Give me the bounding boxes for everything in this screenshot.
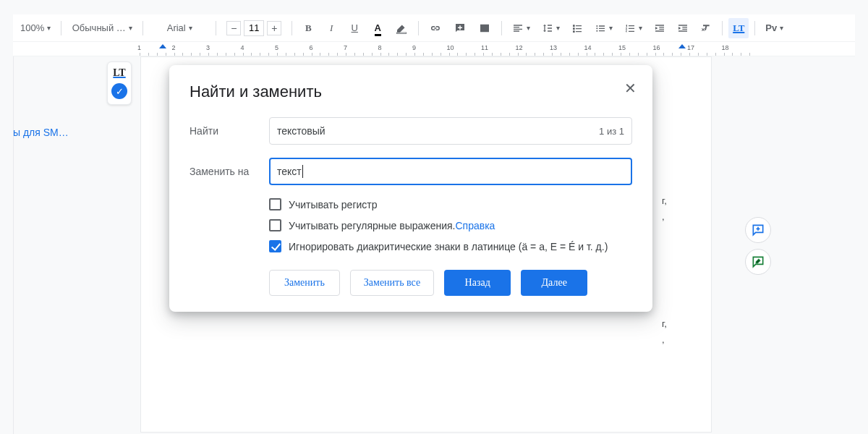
- ruler-tick-label: 8: [378, 44, 382, 51]
- ruler-tick-label: 5: [275, 44, 278, 51]
- chevron-down-icon: ▾: [556, 24, 560, 32]
- separator: [292, 21, 292, 35]
- pv-extension-button[interactable]: Pv ▾: [761, 18, 788, 38]
- regex-label: Учитывать регулярные выражения.: [289, 220, 455, 231]
- ruler[interactable]: 123456789101112131415161718: [13, 42, 855, 56]
- underline-button[interactable]: U: [344, 18, 365, 38]
- find-input[interactable]: текстовый 1 из 1: [269, 117, 632, 145]
- separator: [501, 21, 502, 35]
- replace-input[interactable]: текст: [269, 158, 632, 185]
- match-case-option[interactable]: Учитывать регистр: [269, 198, 632, 210]
- text-cursor: [302, 165, 303, 178]
- next-button-label: Далее: [542, 277, 567, 289]
- languagetool-button[interactable]: LT: [728, 18, 749, 38]
- ruler-tick-label: 3: [206, 44, 210, 51]
- replace-value: текст: [277, 166, 302, 177]
- increase-indent-button[interactable]: [673, 18, 693, 38]
- lt-floating-widget[interactable]: LT ✓: [107, 61, 132, 105]
- add-comment-side-button[interactable]: [745, 217, 771, 243]
- previous-button[interactable]: Назад: [444, 270, 511, 296]
- replace-button[interactable]: Заменить: [269, 270, 340, 296]
- ruler-tick-label: 15: [618, 44, 626, 51]
- increase-font-button[interactable]: +: [267, 21, 281, 35]
- match-case-label: Учитывать регистр: [289, 199, 378, 210]
- add-comment-button[interactable]: [449, 18, 471, 38]
- ruler-tick-label: 7: [344, 44, 347, 51]
- align-dropdown[interactable]: ▾: [508, 18, 535, 38]
- insert-image-button[interactable]: [474, 18, 495, 38]
- checkbox-unchecked-icon: [269, 198, 281, 210]
- find-value: текстовый: [277, 125, 326, 137]
- text-color-button[interactable]: A: [367, 18, 388, 38]
- separator: [722, 21, 723, 35]
- zoom-value: 100%: [20, 22, 44, 33]
- close-button[interactable]: ✕: [624, 80, 637, 97]
- ruler-tick-label: 17: [687, 44, 694, 51]
- chevron-down-icon: ▾: [129, 24, 132, 32]
- font-size-input[interactable]: [244, 20, 264, 36]
- checklist-button[interactable]: [567, 18, 587, 38]
- outline-text: ы для SM…: [13, 127, 69, 138]
- chevron-down-icon: ▾: [47, 24, 51, 32]
- body-text-peek: ,: [662, 211, 665, 222]
- ignore-diacritics-option[interactable]: Игнорировать диакритические знаки в лати…: [269, 240, 632, 252]
- italic-button[interactable]: I: [321, 18, 341, 38]
- regex-help-link[interactable]: Справка: [455, 220, 495, 231]
- chevron-down-icon: ▾: [639, 24, 642, 32]
- chevron-down-icon: ▾: [189, 24, 192, 32]
- lt-icon: LT: [733, 22, 744, 34]
- separator: [142, 21, 143, 35]
- replace-all-button[interactable]: Заменить все: [350, 270, 434, 296]
- ruler-tick-label: 12: [516, 44, 523, 51]
- font-name: Arial: [167, 22, 186, 33]
- svg-rect-0: [397, 33, 407, 34]
- font-family-dropdown[interactable]: Arial ▾: [149, 18, 210, 38]
- insert-link-button[interactable]: [425, 18, 446, 38]
- chevron-down-icon: ▾: [780, 24, 783, 32]
- separator: [754, 21, 755, 35]
- paragraph-style-dropdown[interactable]: Обычный … ▾: [67, 18, 137, 38]
- clear-formatting-button[interactable]: [696, 18, 716, 38]
- separator: [418, 21, 419, 35]
- decrease-font-button[interactable]: −: [226, 21, 241, 35]
- separator: [216, 21, 216, 35]
- separator: [61, 21, 61, 35]
- regex-option[interactable]: Учитывать регулярные выражения. Справка: [269, 219, 632, 231]
- outline-item[interactable]: ы для SM…: [13, 127, 81, 141]
- chevron-down-icon: ▾: [609, 24, 613, 32]
- checkbox-checked-icon: [269, 240, 281, 252]
- replace-button-label: Заменить: [284, 277, 325, 289]
- ruler-tick-label: 18: [722, 44, 729, 51]
- body-text-peek: г,: [662, 195, 667, 206]
- numbered-list-dropdown[interactable]: ▾: [620, 18, 647, 38]
- ruler-tick-label: 9: [412, 44, 416, 51]
- next-button[interactable]: Далее: [521, 270, 587, 296]
- decrease-indent-button[interactable]: [650, 18, 670, 38]
- ruler-tick-label: 14: [584, 44, 592, 51]
- ruler-tick-label: 16: [653, 44, 660, 51]
- close-icon: ✕: [624, 80, 637, 96]
- highlight-color-button[interactable]: [391, 18, 412, 38]
- ruler-tick-label: 1: [137, 44, 141, 51]
- ruler-tick-label: 6: [310, 44, 313, 51]
- bold-button[interactable]: B: [298, 18, 318, 38]
- find-label: Найти: [190, 125, 269, 137]
- chevron-down-icon: ▾: [527, 24, 530, 32]
- checkbox-unchecked-icon: [269, 219, 281, 231]
- bulleted-list-dropdown[interactable]: ▾: [590, 18, 617, 38]
- ruler-scale: 123456789101112131415161718: [129, 42, 855, 56]
- body-text-peek: ,: [662, 334, 665, 345]
- ruler-tick-label: 4: [241, 44, 244, 51]
- replace-all-button-label: Заменить все: [364, 277, 420, 289]
- options-group: Учитывать регистр Учитывать регулярные в…: [269, 198, 632, 252]
- replace-label: Заменить на: [190, 166, 269, 177]
- right-indent-marker[interactable]: [678, 44, 686, 48]
- dialog-title: Найти и заменить: [190, 82, 632, 101]
- left-indent-marker[interactable]: [159, 44, 166, 48]
- toolbar: 100% ▾ Обычный … ▾ Arial ▾ − + B I U A ▾…: [13, 14, 855, 42]
- match-counter: 1 из 1: [599, 126, 624, 137]
- line-spacing-dropdown[interactable]: ▾: [537, 18, 564, 38]
- suggest-edit-side-button[interactable]: [745, 249, 771, 275]
- lt-checkmark-icon: ✓: [111, 83, 127, 99]
- zoom-dropdown[interactable]: 100% ▾: [16, 18, 55, 38]
